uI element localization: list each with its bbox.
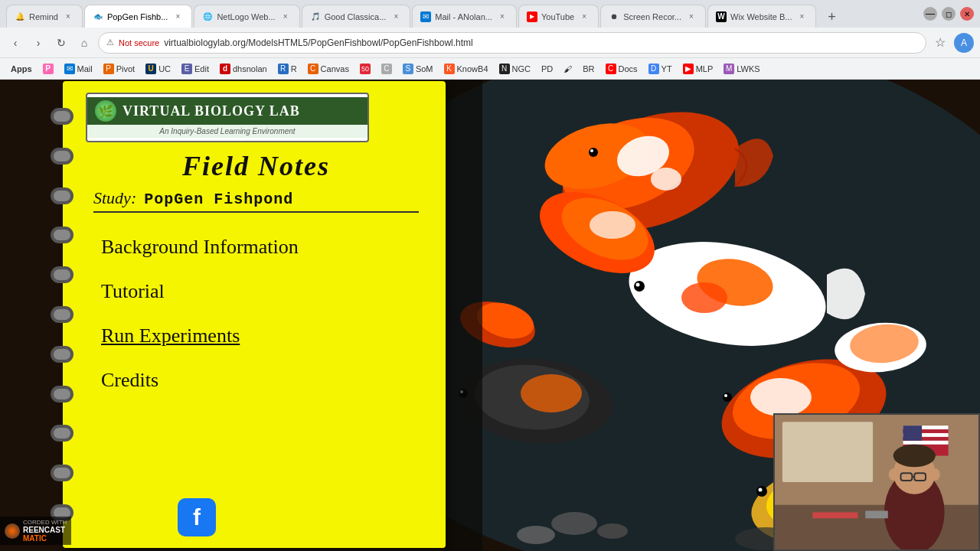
- screencast-text-line2: REENCAST: [23, 526, 67, 534]
- bookmark-yt[interactable]: ▶ MLP: [678, 60, 718, 77]
- bookmark-knowb4-label: KnowB4: [457, 64, 488, 73]
- tab-close-classical[interactable]: ×: [390, 11, 402, 23]
- bookmark-edit[interactable]: E Edit: [177, 60, 214, 77]
- svg-point-7: [589, 148, 598, 157]
- bookmark-canvas[interactable]: C Canvas: [303, 60, 354, 77]
- tab-wix[interactable]: W Wix Website B... ×: [707, 5, 816, 28]
- bookmark-dhsnolan-icon: d: [220, 64, 230, 74]
- bookmark-mail[interactable]: ✉ Mail: [60, 60, 97, 77]
- ring-9: [51, 425, 74, 442]
- bookmark-50-icon: 50: [360, 64, 371, 74]
- bookmarks-bar: Apps P ✉ Mail P Pivot U UC E Edit d dhsn…: [0, 58, 980, 80]
- tab-mail[interactable]: ✉ Mail - ANolan... ×: [412, 5, 517, 28]
- tab-close-mail[interactable]: ×: [496, 11, 508, 23]
- not-secure-icon: ⚠: [106, 37, 114, 47]
- svg-point-28: [756, 486, 767, 497]
- ring-6: [51, 306, 74, 323]
- bookmark-canvas-icon: C: [308, 64, 318, 74]
- ring-4: [51, 227, 74, 243]
- tab-close-youtube[interactable]: ×: [578, 11, 590, 23]
- bookmark-p-icon: P: [43, 64, 54, 74]
- screencast-text: CORDED WITH REENCAST MATIC: [23, 519, 67, 543]
- maximize-button[interactable]: ◻: [942, 7, 956, 21]
- vbl-logo-header: 🌿 VIRTUAL BIOLOGY LAB: [87, 97, 368, 125]
- tab-label-wix: Wix Website B...: [730, 12, 792, 21]
- svg-point-29: [759, 488, 763, 492]
- close-button[interactable]: ✕: [960, 7, 974, 21]
- svg-rect-37: [444, 80, 482, 551]
- bookmark-c2[interactable]: C: [377, 60, 397, 77]
- bookmark-docs[interactable]: D YT: [644, 60, 677, 77]
- bookmark-50[interactable]: 50: [355, 60, 375, 77]
- bookmark-knowb4[interactable]: K KnowB4: [439, 60, 493, 77]
- webcam-overlay: [773, 413, 980, 551]
- menu-item-run-experiments[interactable]: Run Experiments: [101, 324, 426, 347]
- bookmark-brush[interactable]: 🖌: [559, 60, 577, 77]
- bookmark-apps[interactable]: Apps: [6, 60, 37, 77]
- tab-close-remind[interactable]: ×: [62, 11, 74, 23]
- url-bar[interactable]: ⚠ Not secure virtualbiologylab.org/Model…: [98, 32, 926, 54]
- svg-rect-49: [903, 441, 948, 445]
- bookmark-p[interactable]: P: [38, 60, 58, 77]
- tab-screenrecord[interactable]: ⏺ Screen Recor... ×: [600, 5, 706, 28]
- browser-chrome: 🔔 Remind × 🐟 PopGen Fishb... × 🌐 NetLogo…: [0, 0, 980, 80]
- tab-netlogo[interactable]: 🌐 NetLogo Web... ×: [194, 5, 299, 28]
- forward-button[interactable]: ›: [29, 34, 47, 52]
- bookmark-cc-icon: C: [606, 64, 616, 74]
- bookmark-edit-label: Edit: [194, 64, 209, 73]
- back-button[interactable]: ‹: [6, 34, 24, 52]
- new-tab-button[interactable]: +: [821, 6, 842, 28]
- bookmark-pivot[interactable]: P Pivot: [99, 60, 139, 77]
- notebook: 🌿 VIRTUAL BIOLOGY LAB An Inquiry-Based L…: [63, 81, 446, 548]
- tab-classical[interactable]: 🎵 Good Classica... ×: [302, 5, 411, 28]
- svg-point-13: [634, 281, 645, 292]
- screencast-watermark: CORDED WITH REENCAST MATIC: [0, 517, 71, 545]
- tab-label-youtube: YouTube: [541, 12, 574, 21]
- profile-avatar[interactable]: A: [954, 33, 974, 53]
- bookmark-pd[interactable]: PD: [537, 60, 557, 77]
- bookmark-cc[interactable]: C Docs: [601, 60, 642, 77]
- minimize-button[interactable]: —: [923, 7, 937, 21]
- bookmark-br[interactable]: BR: [578, 60, 599, 77]
- bookmark-uc[interactable]: U UC: [141, 60, 175, 77]
- svg-point-23: [723, 393, 732, 402]
- screencast-text-line1: CORDED WITH: [23, 519, 67, 526]
- tab-youtube[interactable]: ▶ YouTube ×: [518, 5, 599, 28]
- refresh-button[interactable]: ↻: [52, 34, 70, 52]
- svg-point-22: [750, 378, 812, 416]
- tab-favicon-wix: W: [716, 11, 727, 22]
- bookmark-mlp[interactable]: M LWKS: [719, 60, 764, 77]
- home-button[interactable]: ⌂: [75, 34, 93, 52]
- title-bar: 🔔 Remind × 🐟 PopGen Fishb... × 🌐 NetLogo…: [0, 0, 980, 28]
- bookmark-som[interactable]: S SoM: [398, 60, 438, 77]
- vbl-logo-icon: 🌿: [95, 100, 116, 122]
- study-line: Study: PopGen Fishpond: [93, 188, 419, 213]
- bookmark-ngc[interactable]: N NGC: [495, 60, 535, 77]
- svg-rect-59: [812, 512, 858, 518]
- vbl-logo: 🌿 VIRTUAL BIOLOGY LAB An Inquiry-Based L…: [86, 93, 369, 142]
- tab-close-popgen[interactable]: ×: [172, 11, 184, 23]
- bookmark-star-button[interactable]: ☆: [931, 34, 949, 52]
- menu-item-credits[interactable]: Credits: [101, 369, 426, 392]
- tab-close-screenrecord[interactable]: ×: [685, 11, 697, 23]
- bookmark-lwks[interactable]: [766, 60, 776, 77]
- spiral-binding: [49, 81, 77, 548]
- tab-close-wix[interactable]: ×: [795, 11, 808, 23]
- tab-close-netlogo[interactable]: ×: [279, 11, 292, 23]
- svg-point-12: [681, 282, 727, 313]
- tab-favicon-netlogo: 🌐: [202, 11, 213, 22]
- tab-popgen[interactable]: 🐟 PopGen Fishb... ×: [84, 5, 193, 28]
- ring-5: [51, 266, 74, 283]
- menu-item-background[interactable]: Background Information: [101, 236, 426, 259]
- bookmark-dhsnolan[interactable]: d dhsnolan: [215, 60, 272, 77]
- facebook-icon[interactable]: f: [178, 498, 216, 536]
- study-label: Study:: [93, 188, 136, 208]
- menu-item-tutorial[interactable]: Tutorial: [101, 280, 426, 303]
- svg-point-38: [551, 512, 597, 535]
- ring-10: [51, 465, 74, 481]
- tab-remind[interactable]: 🔔 Remind ×: [6, 5, 83, 28]
- svg-point-58: [931, 468, 940, 481]
- bookmark-r[interactable]: R R: [273, 60, 302, 77]
- tab-label-classical: Good Classica...: [325, 12, 387, 21]
- notebook-inner: 🌿 VIRTUAL BIOLOGY LAB An Inquiry-Based L…: [63, 81, 446, 403]
